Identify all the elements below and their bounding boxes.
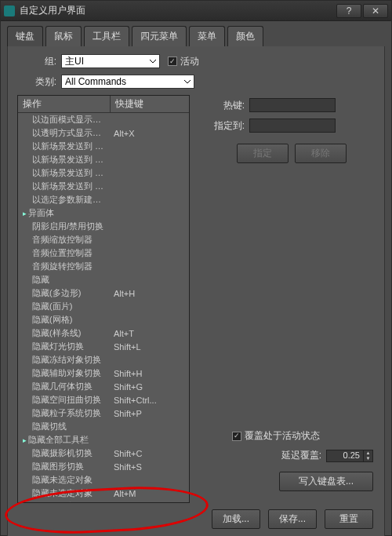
list-item[interactable]: 隐藏图形切换Shift+S [18,460,189,473]
list-item[interactable]: 隐藏未选定对象 [18,473,189,487]
list-item[interactable]: 以透明方式显示切换Alt+X [18,126,189,140]
list-item[interactable]: 音频位置控制器 [18,246,189,260]
list-item[interactable]: 隐藏灯光切换Shift+L [18,340,189,353]
window-title: 自定义用户界面 [20,4,85,17]
list-item[interactable]: 以选定参数新建卷展栏 [18,193,189,206]
tab-0[interactable]: 键盘 [7,26,43,46]
assign-button[interactable]: 指定 [237,144,289,163]
hotkey-input[interactable] [249,98,336,112]
delay-label: 延迟覆盖: [281,449,321,462]
col-action[interactable]: 操作 [18,96,111,112]
group-combo[interactable]: 主UI [61,54,160,68]
list-item[interactable]: 以新场景发送到 Soft... [18,180,189,193]
list-item[interactable]: 阴影启用/禁用切换 [18,220,189,233]
chevron-down-icon [150,58,156,64]
list-item[interactable]: 隐藏(网格) [18,313,189,326]
close-button[interactable]: ✕ [363,4,388,18]
chevron-down-icon [184,78,191,85]
override-checkbox[interactable]: ✓ 覆盖处于活动状态 [232,429,373,443]
delay-spinner[interactable]: 0.25 ▲▼ [326,450,373,462]
titlebar[interactable]: 自定义用户界面 ? ✕ [1,1,391,21]
reset-button[interactable]: 重置 [325,509,373,529]
tab-2[interactable]: 工具栏 [84,26,129,46]
assigned-label: 指定到: [205,119,249,133]
tab-5[interactable]: 颜色 [227,26,263,46]
action-list[interactable]: 操作 快捷键 以边面模式显示选定...以透明方式显示切换Alt+X以新场景发送到… [17,95,190,503]
category-label: 类别: [17,75,61,89]
list-item[interactable]: 隐藏(样条线)Alt+T [18,326,189,340]
list-item[interactable]: 隐藏几何体切换Shift+G [18,380,189,393]
list-item[interactable]: 音频缩放控制器 [18,233,189,246]
panel-body: 组: 主UI ✓ 活动 类别: All Commands 操作 [7,46,385,536]
tabbar: 键盘鼠标工具栏四元菜单菜单颜色 [1,21,391,46]
list-item[interactable]: 以新场景发送到 Moti... [18,153,189,166]
hotkey-label: 热键: [205,99,249,112]
list-item[interactable]: 隐藏粒子系统切换Shift+P [18,407,189,420]
tab-4[interactable]: 菜单 [189,26,225,46]
list-item[interactable]: 隐藏(多边形)Alt+H [18,286,189,300]
list-item[interactable]: 音频旋转控制器 [18,260,189,273]
list-item[interactable]: 隐藏 [18,273,189,286]
list-item[interactable]: 隐藏冻结对象切换 [18,353,189,366]
customize-ui-dialog: 自定义用户界面 ? ✕ 键盘鼠标工具栏四元菜单菜单颜色 组: 主UI ✓ 活动 … [0,0,392,536]
list-item[interactable]: 以边面模式显示选定... [18,113,189,126]
load-button[interactable]: 加载... [212,509,260,529]
list-item[interactable]: 隐藏摄影机切换Shift+C [18,447,189,460]
category-combo[interactable]: All Commands [61,75,194,89]
list-item[interactable]: 异面体 [18,206,189,220]
write-keymap-button[interactable]: 写入键盘表... [279,472,373,491]
tab-3[interactable]: 四元菜单 [132,26,187,46]
list-item[interactable]: 隐藏未选定对象Alt+M [18,487,189,500]
active-checkbox[interactable]: ✓ 活动 [168,55,199,68]
col-shortcut[interactable]: 快捷键 [111,96,158,112]
remove-button[interactable]: 移除 [295,144,347,163]
list-item[interactable]: 以新场景发送到 Maya [18,140,189,153]
save-button[interactable]: 保存... [268,509,317,529]
group-label: 组: [17,55,61,68]
help-button[interactable]: ? [336,4,361,18]
list-item[interactable]: 隐藏辅助对象切换Shift+H [18,366,189,380]
assigned-input[interactable] [249,119,336,133]
list-item[interactable]: 隐藏空间扭曲切换Shift+Ctrl... [18,393,189,407]
list-item[interactable]: 隐藏未选定对象 [18,500,189,502]
app-icon [4,5,15,16]
list-item[interactable]: 隐藏切线 [18,420,189,433]
list-item[interactable]: 隐藏全部工具栏 [18,433,189,447]
tab-1[interactable]: 鼠标 [45,26,82,46]
list-item[interactable]: 隐藏(面片) [18,300,189,313]
list-item[interactable]: 以新场景发送到 Mud... [18,166,189,180]
